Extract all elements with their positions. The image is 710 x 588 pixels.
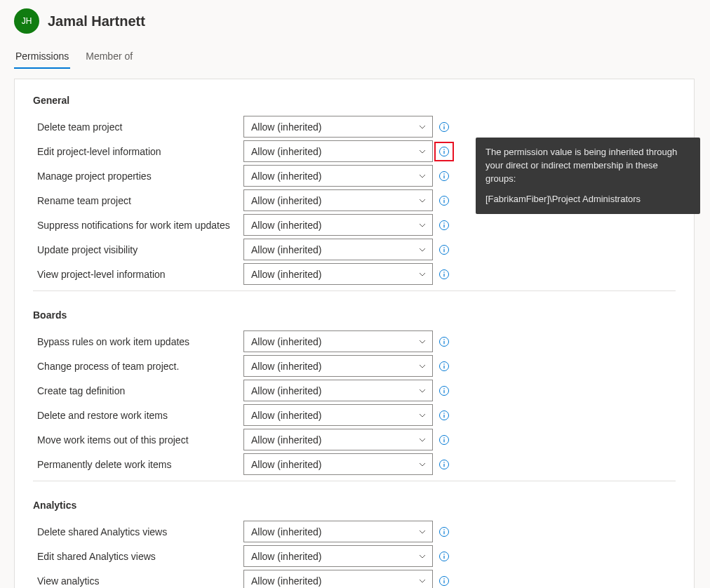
permission-label: Delete and restore work items (33, 410, 243, 421)
permission-row: Suppress notifications for work item upd… (33, 213, 676, 237)
svg-rect-17 (443, 247, 444, 248)
select-value: Allow (inherited) (251, 575, 321, 587)
permission-row: View project-level informationAllow (inh… (33, 262, 676, 286)
permission-select[interactable]: Allow (inherited) (243, 330, 433, 352)
svg-rect-5 (443, 149, 444, 149)
info-column (433, 335, 455, 348)
info-icon (438, 526, 450, 537)
select-value: Allow (inherited) (251, 551, 321, 562)
tab-permissions[interactable]: Permissions (14, 46, 70, 69)
permission-select[interactable]: Allow (inherited) (243, 570, 433, 588)
permission-row: Create tag definitionAllow (inherited) (33, 378, 676, 403)
chevron-down-icon (418, 411, 427, 420)
tab-bar: Permissions Member of (14, 46, 710, 69)
permission-select[interactable]: Allow (inherited) (243, 355, 433, 377)
info-button[interactable] (438, 335, 450, 348)
tab-member-of[interactable]: Member of (84, 46, 134, 69)
select-box[interactable]: Allow (inherited) (243, 521, 433, 542)
permission-select[interactable]: Allow (inherited) (243, 116, 433, 138)
permission-label: Manage project properties (33, 171, 243, 182)
svg-rect-13 (443, 225, 444, 227)
permission-row: Delete team projectAllow (inherited) (33, 114, 676, 139)
info-icon (438, 171, 450, 182)
select-box[interactable]: Allow (inherited) (243, 140, 433, 162)
info-button[interactable] (438, 575, 450, 587)
info-button[interactable] (438, 145, 450, 158)
select-box[interactable]: Allow (inherited) (243, 263, 433, 285)
chevron-down-icon (418, 338, 427, 346)
permission-label: Delete team project (33, 121, 243, 133)
permission-select[interactable]: Allow (inherited) (243, 429, 433, 450)
info-button[interactable] (438, 458, 450, 471)
select-box[interactable]: Allow (inherited) (243, 116, 433, 138)
permission-select[interactable]: Allow (inherited) (243, 140, 433, 162)
select-box[interactable]: Allow (inherited) (243, 545, 433, 567)
info-column (433, 268, 455, 281)
info-button[interactable] (438, 385, 450, 397)
permission-select[interactable]: Allow (inherited) (243, 521, 433, 542)
permission-row: Change process of team project.Allow (in… (33, 354, 676, 378)
tooltip-text: The permission value is being inherited … (485, 147, 677, 184)
info-button[interactable] (438, 170, 450, 182)
chevron-down-icon (418, 196, 427, 205)
permission-select[interactable]: Allow (inherited) (243, 189, 433, 211)
section-title: General (33, 95, 676, 106)
select-box[interactable]: Allow (inherited) (243, 330, 433, 352)
select-value: Allow (inherited) (251, 121, 321, 133)
permission-label: Move work items out of this project (33, 434, 243, 446)
info-button[interactable] (438, 434, 450, 446)
permission-select[interactable]: Allow (inherited) (243, 453, 433, 475)
info-button[interactable] (438, 268, 450, 281)
info-icon (438, 121, 450, 133)
select-box[interactable]: Allow (inherited) (243, 453, 433, 475)
select-value: Allow (inherited) (251, 195, 321, 206)
inheritance-tooltip: The permission value is being inherited … (476, 138, 700, 214)
select-box[interactable]: Allow (inherited) (243, 189, 433, 211)
select-box[interactable]: Allow (inherited) (243, 239, 433, 260)
permission-label: Edit shared Analytics views (33, 551, 243, 562)
select-value: Allow (inherited) (251, 434, 321, 446)
select-box[interactable]: Allow (inherited) (243, 214, 433, 236)
svg-rect-37 (443, 464, 444, 467)
chevron-down-icon (418, 528, 427, 536)
info-button[interactable] (438, 550, 450, 563)
permission-select[interactable]: Allow (inherited) (243, 545, 433, 567)
select-box[interactable]: Allow (inherited) (243, 165, 433, 187)
avatar: JH (14, 8, 39, 34)
svg-rect-34 (443, 439, 444, 442)
info-button[interactable] (438, 194, 450, 207)
chevron-down-icon (418, 221, 427, 229)
info-button[interactable] (438, 409, 450, 422)
select-box[interactable]: Allow (inherited) (243, 355, 433, 377)
user-permissions-page: JH Jamal Hartnett Permissions Member of … (0, 0, 710, 588)
info-button[interactable] (438, 360, 450, 373)
info-button[interactable] (438, 121, 450, 133)
info-icon (438, 269, 450, 280)
info-column (433, 194, 455, 207)
permission-select[interactable]: Allow (inherited) (243, 404, 433, 426)
permission-select[interactable]: Allow (inherited) (243, 380, 433, 401)
permission-row: View analyticsAllow (inherited) (33, 568, 676, 588)
permission-select[interactable]: Allow (inherited) (243, 165, 433, 187)
info-button[interactable] (438, 243, 450, 256)
info-button[interactable] (438, 219, 450, 232)
select-box[interactable]: Allow (inherited) (243, 380, 433, 401)
permission-select[interactable]: Allow (inherited) (243, 263, 433, 285)
permission-select[interactable]: Allow (inherited) (243, 239, 433, 260)
permission-label: Permanently delete work items (33, 459, 243, 470)
svg-rect-23 (443, 339, 444, 340)
permission-label: Delete shared Analytics views (33, 526, 243, 537)
select-value: Allow (inherited) (251, 361, 321, 372)
select-box[interactable]: Allow (inherited) (243, 429, 433, 450)
chevron-down-icon (418, 270, 427, 279)
permission-select[interactable]: Allow (inherited) (243, 214, 433, 236)
permission-label: Update project visibility (33, 244, 243, 255)
select-value: Allow (inherited) (251, 171, 321, 182)
info-button[interactable] (438, 526, 450, 538)
select-box[interactable]: Allow (inherited) (243, 404, 433, 426)
svg-rect-35 (443, 437, 444, 438)
select-value: Allow (inherited) (251, 459, 321, 470)
select-box[interactable]: Allow (inherited) (243, 570, 433, 588)
permission-label: View analytics (33, 575, 243, 587)
permission-label: Rename team project (33, 195, 243, 206)
